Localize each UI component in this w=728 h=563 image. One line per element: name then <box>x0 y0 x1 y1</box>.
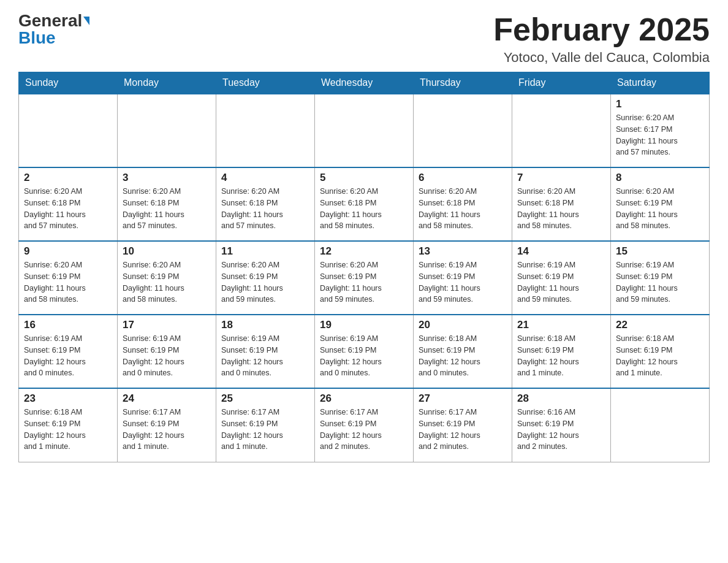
location-title: Yotoco, Valle del Cauca, Colombia <box>493 50 710 66</box>
calendar-week-row: 1Sunrise: 6:20 AM Sunset: 6:17 PM Daylig… <box>19 94 710 167</box>
day-number: 9 <box>24 245 112 258</box>
day-info: Sunrise: 6:20 AM Sunset: 6:19 PM Dayligh… <box>221 259 309 305</box>
calendar-cell: 27Sunrise: 6:17 AM Sunset: 6:19 PM Dayli… <box>414 388 512 462</box>
calendar-week-row: 23Sunrise: 6:18 AM Sunset: 6:19 PM Dayli… <box>19 388 710 462</box>
calendar-header-row: SundayMondayTuesdayWednesdayThursdayFrid… <box>19 72 710 94</box>
day-info: Sunrise: 6:19 AM Sunset: 6:19 PM Dayligh… <box>221 333 309 379</box>
day-number: 20 <box>419 319 507 331</box>
day-info: Sunrise: 6:19 AM Sunset: 6:19 PM Dayligh… <box>320 333 408 379</box>
calendar-header-thursday: Thursday <box>414 72 512 94</box>
day-info: Sunrise: 6:18 AM Sunset: 6:19 PM Dayligh… <box>419 333 507 379</box>
day-number: 1 <box>616 98 704 110</box>
day-info: Sunrise: 6:19 AM Sunset: 6:19 PM Dayligh… <box>616 259 704 305</box>
day-number: 18 <box>221 319 309 331</box>
day-info: Sunrise: 6:20 AM Sunset: 6:18 PM Dayligh… <box>24 186 112 232</box>
calendar-header-sunday: Sunday <box>19 72 118 94</box>
calendar-cell <box>216 94 315 167</box>
day-info: Sunrise: 6:20 AM Sunset: 6:18 PM Dayligh… <box>221 186 309 232</box>
day-info: Sunrise: 6:16 AM Sunset: 6:19 PM Dayligh… <box>517 407 605 453</box>
day-info: Sunrise: 6:17 AM Sunset: 6:19 PM Dayligh… <box>221 407 309 453</box>
calendar-cell: 24Sunrise: 6:17 AM Sunset: 6:19 PM Dayli… <box>118 388 216 462</box>
calendar-header-saturday: Saturday <box>611 72 710 94</box>
calendar-cell: 8Sunrise: 6:20 AM Sunset: 6:19 PM Daylig… <box>611 167 710 241</box>
calendar-cell: 5Sunrise: 6:20 AM Sunset: 6:18 PM Daylig… <box>315 167 414 241</box>
calendar-cell: 16Sunrise: 6:19 AM Sunset: 6:19 PM Dayli… <box>19 315 118 388</box>
calendar-cell: 12Sunrise: 6:20 AM Sunset: 6:19 PM Dayli… <box>315 241 414 315</box>
day-number: 24 <box>123 393 211 405</box>
day-number: 10 <box>123 245 211 258</box>
logo-general: General <box>18 12 82 29</box>
day-info: Sunrise: 6:20 AM Sunset: 6:18 PM Dayligh… <box>123 186 211 232</box>
day-number: 13 <box>419 245 507 258</box>
calendar-header-monday: Monday <box>118 72 216 94</box>
calendar-cell: 25Sunrise: 6:17 AM Sunset: 6:19 PM Dayli… <box>216 388 315 462</box>
calendar-cell <box>19 94 118 167</box>
day-info: Sunrise: 6:20 AM Sunset: 6:17 PM Dayligh… <box>616 112 704 158</box>
day-info: Sunrise: 6:18 AM Sunset: 6:19 PM Dayligh… <box>517 333 605 379</box>
calendar-cell: 13Sunrise: 6:19 AM Sunset: 6:19 PM Dayli… <box>414 241 512 315</box>
day-number: 12 <box>320 245 408 258</box>
calendar-header-tuesday: Tuesday <box>216 72 315 94</box>
day-info: Sunrise: 6:20 AM Sunset: 6:19 PM Dayligh… <box>123 259 211 305</box>
calendar-cell: 17Sunrise: 6:19 AM Sunset: 6:19 PM Dayli… <box>118 315 216 388</box>
calendar-header-friday: Friday <box>512 72 611 94</box>
calendar-cell: 20Sunrise: 6:18 AM Sunset: 6:19 PM Dayli… <box>414 315 512 388</box>
day-number: 11 <box>221 245 309 258</box>
calendar-week-row: 9Sunrise: 6:20 AM Sunset: 6:19 PM Daylig… <box>19 241 710 315</box>
day-number: 26 <box>320 393 408 405</box>
calendar-cell: 23Sunrise: 6:18 AM Sunset: 6:19 PM Dayli… <box>19 388 118 462</box>
calendar-cell: 28Sunrise: 6:16 AM Sunset: 6:19 PM Dayli… <box>512 388 611 462</box>
title-section: February 2025 Yotoco, Valle del Cauca, C… <box>493 12 710 66</box>
calendar-week-row: 16Sunrise: 6:19 AM Sunset: 6:19 PM Dayli… <box>19 315 710 388</box>
calendar-cell: 26Sunrise: 6:17 AM Sunset: 6:19 PM Dayli… <box>315 388 414 462</box>
day-number: 14 <box>517 245 605 258</box>
day-info: Sunrise: 6:19 AM Sunset: 6:19 PM Dayligh… <box>517 259 605 305</box>
calendar-cell: 4Sunrise: 6:20 AM Sunset: 6:18 PM Daylig… <box>216 167 315 241</box>
calendar-cell <box>512 94 611 167</box>
day-number: 15 <box>616 245 704 258</box>
calendar-cell <box>414 94 512 167</box>
day-number: 25 <box>221 393 309 405</box>
day-number: 17 <box>123 319 211 331</box>
day-info: Sunrise: 6:18 AM Sunset: 6:19 PM Dayligh… <box>24 407 112 453</box>
day-info: Sunrise: 6:20 AM Sunset: 6:19 PM Dayligh… <box>24 259 112 305</box>
calendar-cell: 10Sunrise: 6:20 AM Sunset: 6:19 PM Dayli… <box>118 241 216 315</box>
calendar-cell <box>611 388 710 462</box>
calendar-cell: 9Sunrise: 6:20 AM Sunset: 6:19 PM Daylig… <box>19 241 118 315</box>
day-info: Sunrise: 6:19 AM Sunset: 6:19 PM Dayligh… <box>419 259 507 305</box>
day-info: Sunrise: 6:19 AM Sunset: 6:19 PM Dayligh… <box>24 333 112 379</box>
calendar-cell <box>315 94 414 167</box>
day-number: 19 <box>320 319 408 331</box>
day-number: 21 <box>517 319 605 331</box>
day-info: Sunrise: 6:20 AM Sunset: 6:18 PM Dayligh… <box>419 186 507 232</box>
day-info: Sunrise: 6:20 AM Sunset: 6:19 PM Dayligh… <box>320 259 408 305</box>
calendar-cell: 19Sunrise: 6:19 AM Sunset: 6:19 PM Dayli… <box>315 315 414 388</box>
day-info: Sunrise: 6:18 AM Sunset: 6:19 PM Dayligh… <box>616 333 704 379</box>
calendar-week-row: 2Sunrise: 6:20 AM Sunset: 6:18 PM Daylig… <box>19 167 710 241</box>
calendar-cell: 2Sunrise: 6:20 AM Sunset: 6:18 PM Daylig… <box>19 167 118 241</box>
day-number: 28 <box>517 393 605 405</box>
day-number: 23 <box>24 393 112 405</box>
calendar-cell: 11Sunrise: 6:20 AM Sunset: 6:19 PM Dayli… <box>216 241 315 315</box>
day-number: 22 <box>616 319 704 331</box>
calendar-cell <box>118 94 216 167</box>
logo-blue: Blue <box>18 29 56 47</box>
logo: General Blue <box>18 12 89 47</box>
day-info: Sunrise: 6:17 AM Sunset: 6:19 PM Dayligh… <box>123 407 211 453</box>
page-header: General Blue February 2025 Yotoco, Valle… <box>18 12 710 66</box>
day-number: 4 <box>221 172 309 184</box>
calendar-header-wednesday: Wednesday <box>315 72 414 94</box>
day-info: Sunrise: 6:20 AM Sunset: 6:19 PM Dayligh… <box>616 186 704 232</box>
calendar-cell: 3Sunrise: 6:20 AM Sunset: 6:18 PM Daylig… <box>118 167 216 241</box>
calendar-cell: 1Sunrise: 6:20 AM Sunset: 6:17 PM Daylig… <box>611 94 710 167</box>
month-title: February 2025 <box>493 12 710 47</box>
day-info: Sunrise: 6:20 AM Sunset: 6:18 PM Dayligh… <box>320 186 408 232</box>
day-number: 16 <box>24 319 112 331</box>
day-number: 5 <box>320 172 408 184</box>
calendar-cell: 22Sunrise: 6:18 AM Sunset: 6:19 PM Dayli… <box>611 315 710 388</box>
day-number: 8 <box>616 172 704 184</box>
calendar-cell: 7Sunrise: 6:20 AM Sunset: 6:18 PM Daylig… <box>512 167 611 241</box>
calendar-cell: 6Sunrise: 6:20 AM Sunset: 6:18 PM Daylig… <box>414 167 512 241</box>
logo-triangle-icon <box>83 17 89 25</box>
day-number: 3 <box>123 172 211 184</box>
